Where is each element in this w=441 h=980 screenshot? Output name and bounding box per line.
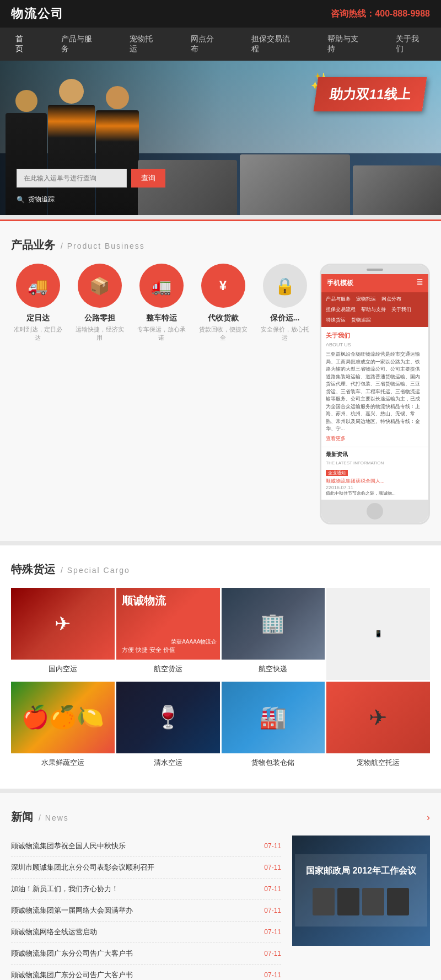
person-2 xyxy=(337,888,359,915)
news-image-inner: 国家邮政局 2012年工作会议 xyxy=(292,836,430,946)
product-item-0[interactable]: 🚚 定日达 准时到达，定日必达 xyxy=(11,264,64,342)
news-item-1[interactable]: 深圳市顾诚集团北京分公司表彰会议顺利召开 07-11 xyxy=(11,857,281,879)
phone-content: 关于我们 ABOUT US 三亚益枫沿金杨旺物流经营是经市交通运输局、工商局批准… xyxy=(321,327,428,447)
news-image-overlay: 国家邮政局 2012年工作会议 xyxy=(295,854,427,927)
nav-pet[interactable]: 宠物托运 xyxy=(114,28,175,61)
product-icon-2: 🚛 xyxy=(139,264,184,308)
nav-network[interactable]: 网点分布 xyxy=(175,28,236,61)
cargo-air-freight-slogan: 方便 快捷 安全 价值 xyxy=(122,646,175,654)
cargo-bottom-row: 🍎🍊🍋 水果鲜蔬空运 🍷 清水空运 🏭 货物包装仓储 ✈ 宠物航空托运 xyxy=(11,682,430,772)
news-image-people xyxy=(306,888,416,915)
product-name-4: 保价运... xyxy=(258,313,311,323)
cargo-wine[interactable]: 🍷 清水空运 xyxy=(116,682,220,772)
company-notice-badge: 企业通知 xyxy=(326,470,348,476)
news-featured-image: 国家邮政局 2012年工作会议 xyxy=(292,836,430,946)
product-icon-0: 🚚 xyxy=(16,264,60,308)
product-icon-3: ¥ xyxy=(201,264,245,308)
cargo-air-freight-class: 荣获AAAAA物流企 xyxy=(171,638,217,646)
nav-escrow[interactable]: 担保交易流程 xyxy=(236,28,312,61)
cargo-domestic-air-label: 国内空运 xyxy=(11,660,115,678)
cargo-air-freight[interactable]: 顺诚物流 方便 快捷 安全 价值 荣获AAAAA物流企 航空货运 xyxy=(116,588,220,678)
nav-home[interactable]: 首页 xyxy=(0,28,46,61)
product-name-3: 代收货款 xyxy=(196,313,250,323)
phone-about-subtitle: ABOUT US xyxy=(326,342,424,347)
cargo-storage-icon: 🏭 xyxy=(259,704,287,730)
product-item-4[interactable]: 🔒 保价运... 安全保价，放心托运 xyxy=(258,264,311,342)
person-4 xyxy=(387,888,409,915)
product-desc-1: 运输快捷，经济实用 xyxy=(73,325,126,342)
cargo-wine-label: 清水空运 xyxy=(116,753,220,772)
phone-screen: 手机模板 ☰ 产品与服务 宠物托运 网点分布 担保交易流程 帮助与支持 关于我们… xyxy=(321,274,428,500)
cargo-air-freight-brand: 顺诚物流 xyxy=(122,593,166,608)
news-section-title: 新闻 / News › xyxy=(11,810,430,824)
news-item-4[interactable]: 顾诚物流网络全线运营启动 07-11 xyxy=(11,922,281,943)
phone-news: 最新资讯 THE LATEST INFORMATION 企业通知 顺诚物流集团获… xyxy=(321,447,428,500)
news-content: 顾诚物流集团恭祝全国人民中秋快乐 07-11 深圳市顾诚集团北京分公司表彰会议顺… xyxy=(11,836,430,981)
product-icon-4: 🔒 xyxy=(263,264,307,308)
phone-news-title: 最新资讯 xyxy=(326,451,424,458)
news-image-text: 国家邮政局 2012年工作会议 xyxy=(306,865,416,877)
person-1 xyxy=(313,888,335,915)
phone-news-date: 22016.07.11 xyxy=(326,485,424,490)
phone-see-more[interactable]: 查看更多 xyxy=(326,435,424,442)
special-section-title: 特殊货运 / Special Cargo xyxy=(11,562,430,577)
hotline-label: 咨询热线： xyxy=(331,9,375,18)
logo: 物流公司 xyxy=(11,6,64,22)
phone-company-notice: 企业通知 xyxy=(326,468,424,476)
news-title-0: 顾诚物流集团恭祝全国人民中秋快乐 xyxy=(11,841,126,851)
news-title-3: 顾诚物流集团第一届网络大会圆满举办 xyxy=(11,906,133,915)
cargo-pet-label: 宠物航空托运 xyxy=(326,753,430,772)
nav-about[interactable]: 关于我们 xyxy=(380,28,441,61)
cargo-fruit[interactable]: 🍎🍊🍋 水果鲜蔬空运 xyxy=(11,682,115,772)
nav-products[interactable]: 产品与服务 xyxy=(46,28,114,61)
news-title-6: 顾诚物流集团广东分公司告广大客户书 xyxy=(11,970,133,980)
news-date-2: 07-11 xyxy=(264,885,281,893)
phone-news-headline: 顺诚物流集团获税全国人... xyxy=(326,478,424,485)
news-more-arrow[interactable]: › xyxy=(427,812,430,823)
news-item-3[interactable]: 顾诚物流集团第一届网络大会圆满举办 07-11 xyxy=(11,900,281,922)
news-date-3: 07-11 xyxy=(264,907,281,914)
news-date-1: 07-11 xyxy=(264,864,281,871)
cargo-pet[interactable]: ✈ 宠物航空托运 xyxy=(326,682,430,772)
cargo-top-row: ✈ 国内空运 顺诚物流 方便 快捷 安全 价值 荣获AAAAA物流企 航空货运 … xyxy=(11,588,430,680)
news-title-en: / News xyxy=(39,813,69,822)
product-item-2[interactable]: 🚛 整车特运 专车保运，放心承诺 xyxy=(135,264,188,342)
phone-about-text: 三亚益枫沿金杨旺物流经营是经市交通运输局、工商局批准成立的一家以公路为主、铁路为… xyxy=(326,351,424,433)
phone-about-title: 关于我们 xyxy=(326,331,424,340)
news-title-4: 顾诚物流网络全线运营启动 xyxy=(11,927,97,937)
news-title-2: 加油！新员工们，我们齐心协力！ xyxy=(11,884,119,894)
product-item-3[interactable]: ¥ 代收货款 货款回收，便捷安全 xyxy=(196,264,250,342)
banner-track-link[interactable]: 🔍 货物追踪 xyxy=(17,195,55,204)
cargo-domestic-air[interactable]: ✈ 国内空运 xyxy=(11,588,115,678)
banner-badge: 助力双11线上 xyxy=(314,77,427,111)
cargo-air-freight-label: 航空货运 xyxy=(116,660,220,678)
cargo-storage-label: 货物包装仓储 xyxy=(222,753,325,772)
phone-news-detail: 值此中秋佳节节余临之际，顺诚物... xyxy=(326,490,424,496)
phone-mockup: 手机模板 ☰ 产品与服务 宠物托运 网点分布 担保交易流程 帮助与支持 关于我们… xyxy=(320,264,430,524)
product-desc-3: 货款回收，便捷安全 xyxy=(196,325,250,342)
main-nav: 首页 产品与服务 宠物托运 网点分布 担保交易流程 帮助与支持 关于我们 xyxy=(0,28,441,61)
worker-3 xyxy=(96,86,139,215)
news-title-5: 顾诚物流集团广东分公司告广大客户书 xyxy=(11,949,133,958)
special-section: 特殊货运 / Special Cargo ✈ 国内空运 顺诚物流 方便 快捷 安… xyxy=(0,545,441,789)
cargo-air-express[interactable]: 🏢 航空快递 xyxy=(222,588,325,678)
hotline: 咨询热线：400-888-9988 xyxy=(331,8,430,20)
header: 物流公司 咨询热线：400-888-9988 xyxy=(0,0,441,28)
nav-help[interactable]: 帮助与支持 xyxy=(312,28,380,61)
cargo-fruit-label: 水果鲜蔬空运 xyxy=(11,753,115,772)
news-item-0[interactable]: 顾诚物流集团恭祝全国人民中秋快乐 07-11 xyxy=(11,836,281,857)
banner: ✨ 助力双11线上 查询 🔍 货物追踪 xyxy=(0,61,441,215)
product-name-0: 定日达 xyxy=(11,313,64,323)
tracking-input[interactable] xyxy=(17,169,127,188)
product-item-1[interactable]: 📦 公路零担 运输快捷，经济实用 xyxy=(73,264,126,342)
news-item-6[interactable]: 顾诚物流集团广东分公司告广大客户书 07-11 xyxy=(11,965,281,981)
cargo-storage[interactable]: 🏭 货物包装仓储 xyxy=(222,682,325,772)
cargo-phone-placeholder: 📱 xyxy=(374,630,383,638)
search-button[interactable]: 查询 xyxy=(131,169,165,188)
news-item-5[interactable]: 顾诚物流集团广东分公司告广大客户书 07-11 xyxy=(11,943,281,965)
product-section: 产品业务 / Product Business 🚚 定日达 准时到达，定日必达 … xyxy=(0,219,441,541)
phone-nav: 产品与服务 宠物托运 网点分布 担保交易流程 帮助与支持 关于我们 特殊货运 货… xyxy=(321,292,428,327)
news-date-0: 07-11 xyxy=(264,842,281,850)
news-item-2[interactable]: 加油！新员工们，我们齐心协力！ 07-11 xyxy=(11,879,281,900)
cargo-pet-icon: ✈ xyxy=(369,705,388,730)
